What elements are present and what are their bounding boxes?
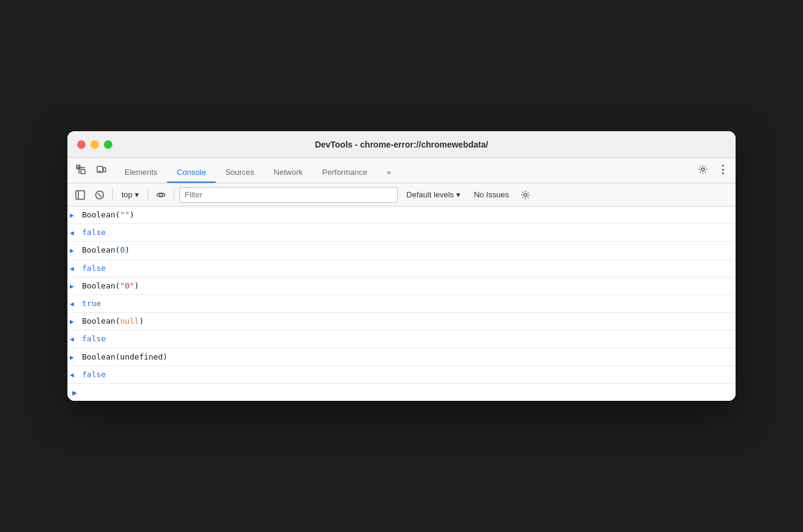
console-row: ▶ Boolean(undefined) bbox=[67, 349, 736, 366]
toolbar-divider-3 bbox=[174, 189, 174, 201]
sidebar-toggle-button[interactable] bbox=[72, 187, 88, 203]
console-row: ◀ true bbox=[67, 295, 736, 313]
console-row-content: true bbox=[82, 298, 731, 309]
expand-arrow[interactable]: ▶ bbox=[70, 281, 82, 291]
maximize-button[interactable] bbox=[104, 140, 112, 149]
svg-point-13 bbox=[524, 193, 527, 196]
console-output: ▶ Boolean("") ◀ false ▶ Boolean(0) ◀ fal… bbox=[67, 206, 736, 401]
toolbar-divider bbox=[112, 189, 113, 201]
toolbar-divider-2 bbox=[148, 189, 148, 201]
console-row-content: Boolean(0) bbox=[82, 245, 731, 256]
no-issues-label: No Issues bbox=[474, 190, 509, 199]
devtools-window: DevTools - chrome-error://chromewebdata/ bbox=[67, 131, 736, 401]
context-label: top bbox=[121, 190, 132, 199]
expand-arrow[interactable]: ▶ bbox=[70, 352, 82, 362]
prompt-arrow[interactable]: ▶ bbox=[72, 387, 84, 397]
eye-icon[interactable] bbox=[153, 187, 169, 203]
filter-input[interactable] bbox=[179, 187, 398, 203]
context-dropdown-icon: ▾ bbox=[135, 190, 139, 199]
svg-rect-8 bbox=[76, 191, 84, 199]
main-tabs: Elements Console Sources Network Perform… bbox=[115, 163, 694, 183]
svg-rect-3 bbox=[81, 169, 85, 174]
more-options-icon[interactable]: ⋮ bbox=[714, 161, 731, 178]
inspect-element-icon[interactable] bbox=[72, 161, 89, 178]
tab-network[interactable]: Network bbox=[264, 163, 313, 183]
console-prompt-row: ▶ bbox=[67, 384, 736, 401]
svg-rect-0 bbox=[77, 165, 80, 169]
console-settings-icon[interactable] bbox=[518, 187, 533, 203]
console-row: ▶ Boolean("0") bbox=[67, 278, 736, 295]
output-arrow: ◀ bbox=[70, 370, 82, 380]
console-row-content: Boolean(null) bbox=[82, 316, 731, 327]
output-arrow: ◀ bbox=[70, 264, 82, 273]
console-row-content: false bbox=[82, 333, 731, 344]
tab-bar-right-icons: ⋮ bbox=[694, 161, 731, 183]
console-row-content: Boolean("") bbox=[82, 210, 731, 220]
console-row: ◀ false bbox=[67, 260, 736, 278]
svg-line-11 bbox=[98, 193, 101, 197]
svg-point-7 bbox=[702, 168, 705, 171]
svg-point-12 bbox=[160, 193, 163, 196]
output-arrow: ◀ bbox=[70, 334, 82, 344]
device-toolbar-icon[interactable] bbox=[93, 161, 110, 178]
console-row-content: false bbox=[82, 369, 731, 380]
context-selector[interactable]: top ▾ bbox=[118, 189, 143, 200]
console-row: ▶ Boolean(0) bbox=[67, 242, 736, 259]
settings-icon[interactable] bbox=[694, 161, 711, 178]
tab-sources[interactable]: Sources bbox=[216, 163, 264, 183]
traffic-lights bbox=[77, 140, 112, 149]
console-row-content: Boolean("0") bbox=[82, 281, 731, 292]
console-row-content: Boolean(undefined) bbox=[82, 352, 731, 363]
output-arrow: ◀ bbox=[70, 228, 82, 237]
console-row: ◀ false bbox=[67, 330, 736, 348]
tab-bar: Elements Console Sources Network Perform… bbox=[67, 158, 736, 183]
console-toolbar: top ▾ Default levels ▾ No Issues bbox=[67, 183, 736, 206]
output-arrow: ◀ bbox=[70, 299, 82, 309]
no-issues-button[interactable]: No Issues bbox=[469, 189, 514, 200]
console-row-content: false bbox=[82, 263, 731, 274]
minimize-button[interactable] bbox=[91, 140, 99, 149]
svg-rect-5 bbox=[103, 168, 106, 172]
expand-arrow[interactable]: ▶ bbox=[70, 245, 82, 255]
more-tabs-button[interactable]: » bbox=[377, 163, 401, 183]
console-row: ◀ false bbox=[67, 224, 736, 242]
console-row: ◀ false bbox=[67, 366, 736, 384]
tab-performance[interactable]: Performance bbox=[312, 163, 377, 183]
expand-arrow[interactable]: ▶ bbox=[70, 316, 82, 326]
tab-elements[interactable]: Elements bbox=[115, 163, 167, 183]
console-row: ▶ Boolean(null) bbox=[67, 313, 736, 330]
log-levels-label: Default levels bbox=[406, 190, 454, 199]
console-row-content: false bbox=[82, 227, 731, 238]
title-bar: DevTools - chrome-error://chromewebdata/ bbox=[67, 131, 736, 158]
clear-console-button[interactable] bbox=[92, 187, 108, 203]
close-button[interactable] bbox=[77, 140, 86, 149]
window-title: DevTools - chrome-error://chromewebdata/ bbox=[315, 140, 488, 149]
tab-console[interactable]: Console bbox=[167, 163, 216, 183]
tab-bar-left-icons bbox=[72, 161, 110, 183]
levels-dropdown-icon: ▾ bbox=[456, 190, 460, 199]
expand-arrow[interactable]: ▶ bbox=[70, 210, 82, 220]
console-row: ▶ Boolean("") bbox=[67, 206, 736, 224]
log-levels-button[interactable]: Default levels ▾ bbox=[402, 189, 465, 200]
